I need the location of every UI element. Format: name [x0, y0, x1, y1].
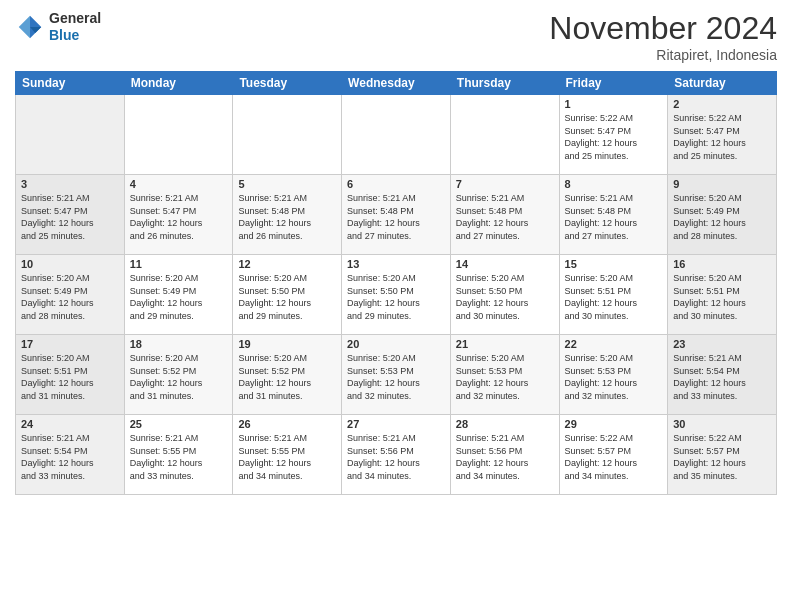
calendar-cell: 7Sunrise: 5:21 AM Sunset: 5:48 PM Daylig…	[450, 175, 559, 255]
logo-blue: Blue	[49, 27, 79, 43]
calendar-cell	[124, 95, 233, 175]
day-number: 13	[347, 258, 445, 270]
day-info: Sunrise: 5:21 AM Sunset: 5:48 PM Dayligh…	[347, 192, 445, 242]
calendar-header-row: SundayMondayTuesdayWednesdayThursdayFrid…	[16, 72, 777, 95]
day-number: 28	[456, 418, 554, 430]
day-info: Sunrise: 5:20 AM Sunset: 5:50 PM Dayligh…	[238, 272, 336, 322]
calendar-cell: 24Sunrise: 5:21 AM Sunset: 5:54 PM Dayli…	[16, 415, 125, 495]
day-number: 18	[130, 338, 228, 350]
col-header-sunday: Sunday	[16, 72, 125, 95]
calendar-cell: 28Sunrise: 5:21 AM Sunset: 5:56 PM Dayli…	[450, 415, 559, 495]
calendar-week-row: 17Sunrise: 5:20 AM Sunset: 5:51 PM Dayli…	[16, 335, 777, 415]
day-number: 11	[130, 258, 228, 270]
calendar-cell: 5Sunrise: 5:21 AM Sunset: 5:48 PM Daylig…	[233, 175, 342, 255]
day-number: 25	[130, 418, 228, 430]
calendar-week-row: 10Sunrise: 5:20 AM Sunset: 5:49 PM Dayli…	[16, 255, 777, 335]
day-number: 26	[238, 418, 336, 430]
day-info: Sunrise: 5:21 AM Sunset: 5:48 PM Dayligh…	[565, 192, 663, 242]
calendar-page: General Blue November 2024 Ritapiret, In…	[0, 0, 792, 612]
day-info: Sunrise: 5:20 AM Sunset: 5:53 PM Dayligh…	[565, 352, 663, 402]
calendar-cell: 12Sunrise: 5:20 AM Sunset: 5:50 PM Dayli…	[233, 255, 342, 335]
col-header-friday: Friday	[559, 72, 668, 95]
calendar-table: SundayMondayTuesdayWednesdayThursdayFrid…	[15, 71, 777, 495]
day-info: Sunrise: 5:21 AM Sunset: 5:55 PM Dayligh…	[238, 432, 336, 482]
day-number: 24	[21, 418, 119, 430]
calendar-cell: 11Sunrise: 5:20 AM Sunset: 5:49 PM Dayli…	[124, 255, 233, 335]
calendar-week-row: 3Sunrise: 5:21 AM Sunset: 5:47 PM Daylig…	[16, 175, 777, 255]
calendar-cell: 3Sunrise: 5:21 AM Sunset: 5:47 PM Daylig…	[16, 175, 125, 255]
day-info: Sunrise: 5:21 AM Sunset: 5:56 PM Dayligh…	[456, 432, 554, 482]
calendar-cell: 14Sunrise: 5:20 AM Sunset: 5:50 PM Dayli…	[450, 255, 559, 335]
col-header-wednesday: Wednesday	[342, 72, 451, 95]
logo-text: General Blue	[49, 10, 101, 44]
day-info: Sunrise: 5:20 AM Sunset: 5:50 PM Dayligh…	[347, 272, 445, 322]
day-info: Sunrise: 5:20 AM Sunset: 5:53 PM Dayligh…	[456, 352, 554, 402]
day-number: 2	[673, 98, 771, 110]
calendar-cell: 29Sunrise: 5:22 AM Sunset: 5:57 PM Dayli…	[559, 415, 668, 495]
day-number: 12	[238, 258, 336, 270]
day-number: 10	[21, 258, 119, 270]
calendar-cell	[16, 95, 125, 175]
day-number: 6	[347, 178, 445, 190]
day-info: Sunrise: 5:20 AM Sunset: 5:52 PM Dayligh…	[130, 352, 228, 402]
location: Ritapiret, Indonesia	[549, 47, 777, 63]
day-info: Sunrise: 5:22 AM Sunset: 5:57 PM Dayligh…	[673, 432, 771, 482]
logo-general: General	[49, 10, 101, 26]
day-info: Sunrise: 5:21 AM Sunset: 5:47 PM Dayligh…	[130, 192, 228, 242]
calendar-cell: 19Sunrise: 5:20 AM Sunset: 5:52 PM Dayli…	[233, 335, 342, 415]
col-header-monday: Monday	[124, 72, 233, 95]
day-number: 5	[238, 178, 336, 190]
calendar-cell: 17Sunrise: 5:20 AM Sunset: 5:51 PM Dayli…	[16, 335, 125, 415]
calendar-week-row: 24Sunrise: 5:21 AM Sunset: 5:54 PM Dayli…	[16, 415, 777, 495]
calendar-cell: 20Sunrise: 5:20 AM Sunset: 5:53 PM Dayli…	[342, 335, 451, 415]
col-header-saturday: Saturday	[668, 72, 777, 95]
calendar-cell: 16Sunrise: 5:20 AM Sunset: 5:51 PM Dayli…	[668, 255, 777, 335]
calendar-cell	[342, 95, 451, 175]
calendar-cell	[450, 95, 559, 175]
day-number: 16	[673, 258, 771, 270]
day-info: Sunrise: 5:21 AM Sunset: 5:56 PM Dayligh…	[347, 432, 445, 482]
day-info: Sunrise: 5:21 AM Sunset: 5:54 PM Dayligh…	[21, 432, 119, 482]
header: General Blue November 2024 Ritapiret, In…	[15, 10, 777, 63]
day-info: Sunrise: 5:21 AM Sunset: 5:54 PM Dayligh…	[673, 352, 771, 402]
calendar-cell: 1Sunrise: 5:22 AM Sunset: 5:47 PM Daylig…	[559, 95, 668, 175]
calendar-cell: 15Sunrise: 5:20 AM Sunset: 5:51 PM Dayli…	[559, 255, 668, 335]
day-info: Sunrise: 5:22 AM Sunset: 5:57 PM Dayligh…	[565, 432, 663, 482]
day-info: Sunrise: 5:21 AM Sunset: 5:47 PM Dayligh…	[21, 192, 119, 242]
day-number: 30	[673, 418, 771, 430]
day-info: Sunrise: 5:20 AM Sunset: 5:49 PM Dayligh…	[130, 272, 228, 322]
day-number: 3	[21, 178, 119, 190]
day-info: Sunrise: 5:22 AM Sunset: 5:47 PM Dayligh…	[565, 112, 663, 162]
day-info: Sunrise: 5:20 AM Sunset: 5:49 PM Dayligh…	[21, 272, 119, 322]
day-info: Sunrise: 5:20 AM Sunset: 5:51 PM Dayligh…	[565, 272, 663, 322]
svg-marker-1	[19, 16, 30, 39]
day-info: Sunrise: 5:22 AM Sunset: 5:47 PM Dayligh…	[673, 112, 771, 162]
calendar-cell: 27Sunrise: 5:21 AM Sunset: 5:56 PM Dayli…	[342, 415, 451, 495]
day-info: Sunrise: 5:20 AM Sunset: 5:53 PM Dayligh…	[347, 352, 445, 402]
calendar-cell: 18Sunrise: 5:20 AM Sunset: 5:52 PM Dayli…	[124, 335, 233, 415]
day-info: Sunrise: 5:20 AM Sunset: 5:50 PM Dayligh…	[456, 272, 554, 322]
month-title: November 2024	[549, 10, 777, 47]
day-number: 14	[456, 258, 554, 270]
calendar-cell: 4Sunrise: 5:21 AM Sunset: 5:47 PM Daylig…	[124, 175, 233, 255]
day-number: 4	[130, 178, 228, 190]
calendar-cell: 2Sunrise: 5:22 AM Sunset: 5:47 PM Daylig…	[668, 95, 777, 175]
day-number: 22	[565, 338, 663, 350]
col-header-tuesday: Tuesday	[233, 72, 342, 95]
day-number: 17	[21, 338, 119, 350]
day-info: Sunrise: 5:21 AM Sunset: 5:48 PM Dayligh…	[456, 192, 554, 242]
day-number: 23	[673, 338, 771, 350]
day-number: 20	[347, 338, 445, 350]
calendar-cell: 8Sunrise: 5:21 AM Sunset: 5:48 PM Daylig…	[559, 175, 668, 255]
day-info: Sunrise: 5:21 AM Sunset: 5:55 PM Dayligh…	[130, 432, 228, 482]
day-number: 8	[565, 178, 663, 190]
calendar-cell: 25Sunrise: 5:21 AM Sunset: 5:55 PM Dayli…	[124, 415, 233, 495]
day-number: 21	[456, 338, 554, 350]
calendar-cell: 13Sunrise: 5:20 AM Sunset: 5:50 PM Dayli…	[342, 255, 451, 335]
calendar-cell: 9Sunrise: 5:20 AM Sunset: 5:49 PM Daylig…	[668, 175, 777, 255]
day-info: Sunrise: 5:20 AM Sunset: 5:51 PM Dayligh…	[21, 352, 119, 402]
day-number: 7	[456, 178, 554, 190]
logo: General Blue	[15, 10, 101, 44]
calendar-cell: 26Sunrise: 5:21 AM Sunset: 5:55 PM Dayli…	[233, 415, 342, 495]
day-info: Sunrise: 5:20 AM Sunset: 5:51 PM Dayligh…	[673, 272, 771, 322]
